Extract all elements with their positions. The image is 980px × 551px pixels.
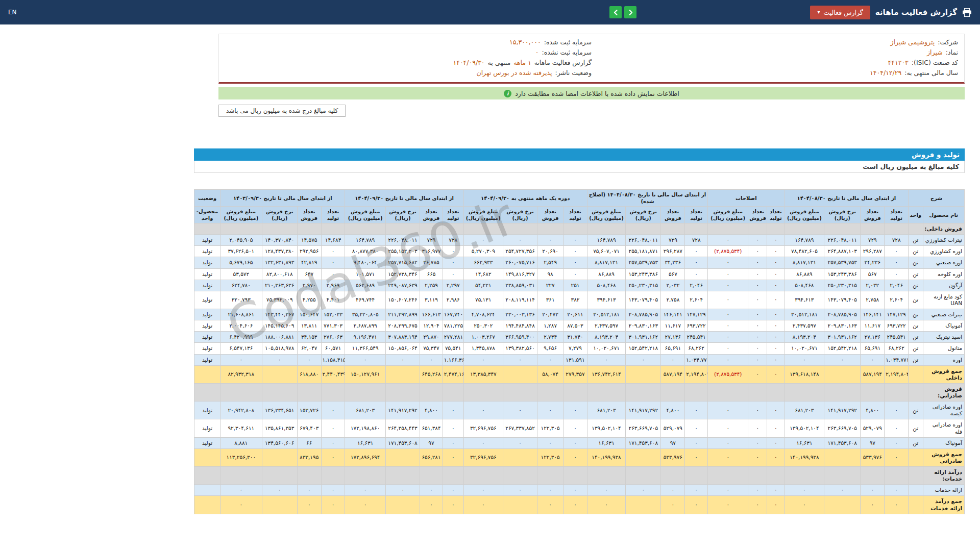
value-cell: ۰ bbox=[463, 235, 503, 246]
value-cell bbox=[537, 467, 564, 485]
status-cell: تولید bbox=[194, 235, 220, 246]
value-cell: ۰ bbox=[708, 332, 748, 343]
value-cell: ۲۲۷ bbox=[537, 280, 564, 291]
value-cell bbox=[661, 383, 685, 401]
status-cell: تولید bbox=[194, 343, 220, 354]
value-cell: ۱۰,۰۲۰,۶۷۱ bbox=[587, 343, 625, 354]
value-cell: ۰ bbox=[748, 448, 767, 466]
value-cell: ۰ bbox=[443, 485, 463, 496]
value-cell: ۲۴۵,۵۴۱ bbox=[685, 332, 708, 343]
value-cell: ۰ bbox=[767, 485, 785, 496]
value-cell bbox=[587, 383, 625, 401]
value-cell: ۰ bbox=[861, 485, 885, 496]
report-type-button[interactable]: گزارش فعالیت ▾ bbox=[810, 6, 870, 19]
value-cell: ۳۵,۲۲۰,۸۰۵ bbox=[345, 309, 385, 320]
value-cell: ۱۴۱,۹۱۷,۲۹۲ bbox=[626, 402, 661, 419]
value-cell: ۰ bbox=[564, 235, 587, 246]
value-cell: ۲,۶۸۷,۸۹۹ bbox=[345, 320, 385, 332]
value-cell bbox=[685, 223, 708, 235]
value-cell: ۱۰۱,۵۷۱ bbox=[345, 268, 385, 280]
value-cell: ۱,۰۳۴,۷۷۱ bbox=[685, 354, 708, 365]
value-cell: ۰ bbox=[420, 485, 443, 496]
unit-cell: تن bbox=[909, 343, 923, 354]
product-name: نیترات کشاورزي bbox=[923, 235, 964, 246]
value-cell: ۰ bbox=[321, 246, 345, 257]
value-cell: ۱۴۷,۱۲۹ bbox=[685, 309, 708, 320]
value-cell: ۱۴۱,۹۱۷,۲۹۲ bbox=[385, 402, 420, 419]
column-group-header: اصلاحات bbox=[708, 190, 785, 207]
next-report-button[interactable] bbox=[624, 6, 636, 18]
value-cell: ۲۶۳,۶۶۹,۷۰۵ bbox=[824, 419, 861, 437]
value-cell: ۶۶۲,۹۳۳ bbox=[463, 257, 503, 268]
value-cell bbox=[503, 383, 537, 401]
printer-icon[interactable] bbox=[962, 8, 972, 17]
value-cell bbox=[626, 223, 661, 235]
value-cell: ۲۶۴,۸۸۷,۱۰۳ bbox=[824, 246, 861, 257]
value-cell: ۰ bbox=[748, 437, 767, 448]
value-cell bbox=[321, 467, 345, 485]
status-cell: تولید bbox=[194, 354, 220, 365]
value-cell: ۰ bbox=[385, 354, 420, 365]
value-cell bbox=[463, 223, 503, 235]
section-row: فروش صادراتي: bbox=[194, 383, 965, 401]
value-cell bbox=[824, 448, 861, 466]
value-cell: ۲۷,۱۳۶ bbox=[861, 332, 885, 343]
value-cell: ۶۴۵,۲۶۸ bbox=[420, 365, 443, 383]
table-body: فروش داخلی:نیترات کشاورزيتن۷۲۸۷۲۹۲۲۶,۰۴۸… bbox=[194, 223, 965, 514]
value-cell: ۲۹۶,۲۸۷ bbox=[661, 246, 685, 257]
value-cell: ۲۰,۶۹۰ bbox=[537, 246, 564, 257]
product-row: اوره صادراتي فلهتن۰۵۲۹,۰۷۹۲۶۳,۶۶۹,۷۰۵۱۳۹… bbox=[194, 419, 965, 437]
value-cell: ۲۱۱,۳۹۲,۸۹۹ bbox=[385, 309, 420, 320]
value-cell bbox=[385, 467, 420, 485]
value-cell: ۸۶,۸۸۹ bbox=[587, 268, 625, 280]
value-cell: ۲۵۵,۱۵۲,۲۰۳ bbox=[385, 246, 420, 257]
product-name: فروش صادراتي: bbox=[923, 383, 964, 401]
value-cell: ۱۳۲,۶۳۱,۸۹۳ bbox=[262, 257, 297, 268]
value-cell: ۰ bbox=[885, 448, 909, 466]
value-cell: ۶۸,۲۶۲ bbox=[885, 343, 909, 354]
value-cell: ۰ bbox=[767, 268, 785, 280]
value-cell bbox=[537, 223, 564, 235]
unit-cell: تن bbox=[909, 309, 923, 320]
value-cell bbox=[220, 467, 262, 485]
value-cell: ۰ bbox=[685, 419, 708, 437]
value-cell: ۲,۲۵۹ bbox=[420, 280, 443, 291]
unit-cell: تن bbox=[909, 354, 923, 365]
value-cell: ۰ bbox=[708, 291, 748, 309]
value-cell: ۲۵۰,۲۳۰,۳۱۵ bbox=[824, 280, 861, 291]
value-cell: ۲۲۶,۰۴۸,۰۱۱ bbox=[385, 235, 420, 246]
info-value: پذیرفته شده در بورس تهران bbox=[476, 69, 552, 77]
value-cell: ۶۵۱,۳۸۴ bbox=[420, 419, 443, 437]
value-cell: ۲,۴۳۷,۵۹۷ bbox=[587, 320, 625, 332]
column-group-header: از ابتدای سال مالی تا تاریخ ۱۴۰۳/۰۹/۳۰ bbox=[220, 190, 345, 207]
status-cell bbox=[194, 365, 220, 383]
column-header: تعداد تولید bbox=[685, 207, 708, 223]
product-row: نیترات صنعتيتن۱۴۷,۱۲۹۱۴۶,۱۴۱۲۰۸,۷۸۵,۹۰۵۳… bbox=[194, 309, 965, 320]
value-cell: ۰ bbox=[220, 496, 262, 514]
report-nav-arrows bbox=[609, 6, 636, 18]
value-cell: ۰ bbox=[443, 257, 463, 268]
value-cell: ۰ bbox=[503, 485, 537, 496]
value-cell bbox=[262, 383, 297, 401]
value-cell bbox=[626, 383, 661, 401]
language-toggle[interactable]: EN bbox=[8, 9, 17, 16]
section-row: درآمد ارائه خدمات: bbox=[194, 467, 965, 485]
company-info-item: کد صنعت (ISIC):۴۴۱۲۰۳ bbox=[592, 59, 958, 69]
value-cell: ۱۱,۳۶۶,۵۴۹ bbox=[345, 343, 385, 354]
value-cell: ۱۵۳,۲۴۳,۳۸۶ bbox=[824, 268, 861, 280]
value-cell: ۲,۹۷۰ bbox=[297, 280, 321, 291]
value-cell: ۲۰۸,۲۹۹,۶۷۵ bbox=[385, 320, 420, 332]
value-cell: ۶۴۷ bbox=[297, 268, 321, 280]
value-cell: ۴,۲۵۵ bbox=[297, 291, 321, 309]
value-cell: ۰ bbox=[220, 354, 262, 365]
product-name: اوره کلوخه bbox=[923, 268, 964, 280]
value-cell: ۰ bbox=[748, 309, 767, 320]
value-cell: ۰ bbox=[767, 437, 785, 448]
value-cell: ۶۸,۲۶۲ bbox=[685, 343, 708, 354]
value-cell: ۳۲۰,۷۹۳ bbox=[220, 291, 262, 309]
value-cell: ۰ bbox=[767, 365, 785, 383]
value-cell: ۱۵۳,۷۲۶ bbox=[297, 402, 321, 419]
prev-report-button[interactable] bbox=[609, 6, 622, 18]
value-cell bbox=[685, 467, 708, 485]
product-name: فروش داخلی: bbox=[923, 223, 964, 235]
